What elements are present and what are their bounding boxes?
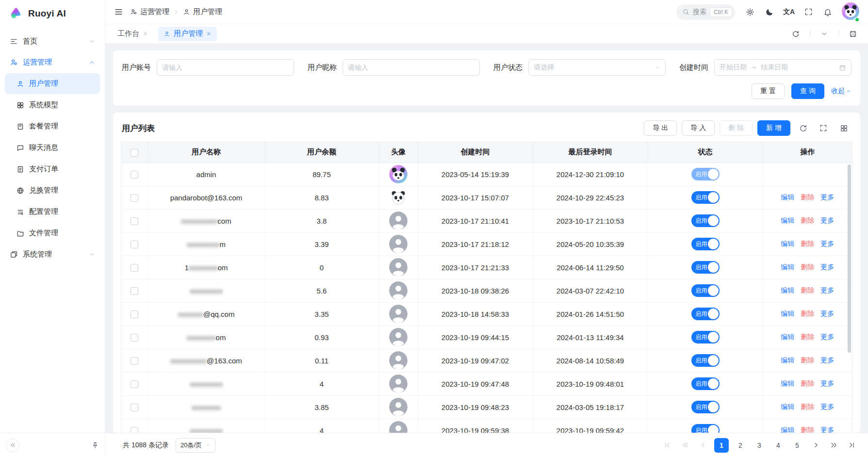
row-checkbox[interactable] bbox=[131, 427, 138, 433]
breadcrumb-operations[interactable]: 运营管理 bbox=[130, 7, 169, 16]
more-link[interactable]: 更多 bbox=[820, 356, 834, 365]
account-input[interactable] bbox=[162, 64, 289, 71]
table-scrollbar[interactable] bbox=[848, 164, 851, 353]
delete-link[interactable]: 删除 bbox=[801, 286, 814, 295]
row-checkbox[interactable] bbox=[131, 357, 138, 365]
status-toggle[interactable]: 启用 bbox=[691, 238, 720, 250]
collapse-filter-link[interactable]: 收起 bbox=[831, 87, 852, 96]
status-toggle[interactable]: 启用 bbox=[691, 214, 720, 227]
status-toggle[interactable]: 启用 bbox=[691, 191, 720, 204]
more-link[interactable]: 更多 bbox=[820, 263, 834, 272]
global-search[interactable]: 搜索 Ctrl K bbox=[676, 4, 735, 20]
sidebar-item-operations[interactable]: 运营管理 bbox=[5, 52, 100, 73]
edit-link[interactable]: 编辑 bbox=[781, 193, 794, 202]
page-button-5[interactable]: 5 bbox=[790, 438, 804, 453]
status-toggle[interactable]: 启用 bbox=[691, 284, 720, 297]
next-page-button[interactable] bbox=[809, 439, 822, 452]
date-end[interactable]: 结束日期 bbox=[761, 63, 788, 72]
edit-link[interactable]: 编辑 bbox=[781, 426, 794, 433]
more-link[interactable]: 更多 bbox=[820, 426, 834, 433]
status-toggle[interactable]: 启用 bbox=[691, 377, 720, 390]
menu-toggle-icon[interactable] bbox=[114, 7, 123, 16]
more-link[interactable]: 更多 bbox=[820, 403, 834, 411]
row-checkbox[interactable] bbox=[131, 334, 138, 342]
status-toggle[interactable]: 启用 bbox=[691, 308, 720, 320]
status-toggle[interactable]: 启用 bbox=[691, 424, 720, 433]
tab-options-button[interactable] bbox=[816, 26, 833, 42]
more-link[interactable]: 更多 bbox=[820, 310, 834, 318]
forward-five-pages-button[interactable] bbox=[827, 439, 840, 452]
edit-link[interactable]: 编辑 bbox=[781, 333, 794, 342]
status-toggle[interactable]: 启用 bbox=[691, 168, 720, 180]
edit-link[interactable]: 编辑 bbox=[781, 263, 794, 272]
page-button-4[interactable]: 4 bbox=[771, 438, 786, 453]
sidebar-item-exchange-management[interactable]: 兑换管理 bbox=[5, 180, 100, 201]
row-checkbox[interactable] bbox=[131, 241, 138, 248]
sidebar-item-package-management[interactable]: 套餐管理 bbox=[5, 116, 100, 137]
row-checkbox[interactable] bbox=[131, 194, 138, 202]
dark-mode-button[interactable] bbox=[761, 4, 778, 20]
delete-link[interactable]: 删除 bbox=[801, 193, 814, 202]
content-fullscreen-button[interactable] bbox=[845, 26, 861, 42]
sidebar-item-payment-orders[interactable]: 支付订单 bbox=[5, 159, 100, 180]
status-toggle[interactable]: 启用 bbox=[691, 331, 720, 343]
edit-link[interactable]: 编辑 bbox=[781, 379, 794, 388]
row-checkbox[interactable] bbox=[131, 171, 138, 179]
nickname-input[interactable] bbox=[348, 64, 475, 71]
query-button[interactable]: 查 询 bbox=[791, 83, 824, 99]
status-toggle[interactable]: 启用 bbox=[691, 261, 720, 274]
status-toggle[interactable]: 启用 bbox=[691, 354, 720, 367]
delete-button[interactable]: 删 除 bbox=[720, 120, 753, 136]
sidebar-item-file-management[interactable]: 文件管理 bbox=[5, 223, 100, 244]
row-checkbox[interactable] bbox=[131, 380, 138, 388]
edit-link[interactable]: 编辑 bbox=[781, 310, 794, 318]
edit-link[interactable]: 编辑 bbox=[781, 286, 794, 295]
delete-link[interactable]: 删除 bbox=[801, 240, 814, 248]
more-link[interactable]: 更多 bbox=[820, 286, 834, 295]
reset-button[interactable]: 重 置 bbox=[752, 83, 785, 99]
tab-workbench[interactable]: 工作台 bbox=[112, 27, 153, 41]
refresh-page-button[interactable] bbox=[787, 26, 804, 42]
back-five-pages-button[interactable] bbox=[678, 439, 692, 452]
language-button[interactable]: 文A bbox=[781, 4, 797, 20]
first-page-button[interactable] bbox=[660, 439, 674, 452]
page-button-2[interactable]: 2 bbox=[733, 438, 748, 453]
more-link[interactable]: 更多 bbox=[820, 240, 834, 248]
sidebar-item-chat-messages[interactable]: 聊天消息 bbox=[5, 137, 100, 158]
delete-link[interactable]: 删除 bbox=[801, 356, 814, 365]
more-link[interactable]: 更多 bbox=[820, 193, 834, 202]
fullscreen-button[interactable] bbox=[800, 4, 817, 20]
more-link[interactable]: 更多 bbox=[820, 333, 834, 342]
sidebar-item-system-management[interactable]: 系统管理 bbox=[5, 244, 100, 265]
row-checkbox[interactable] bbox=[131, 287, 138, 295]
edit-link[interactable]: 编辑 bbox=[781, 240, 794, 248]
row-checkbox[interactable] bbox=[131, 404, 138, 411]
status-select[interactable]: 请选择 bbox=[528, 59, 666, 76]
row-checkbox[interactable] bbox=[131, 310, 138, 318]
column-settings-button[interactable] bbox=[836, 120, 852, 136]
delete-link[interactable]: 删除 bbox=[801, 403, 814, 411]
edit-link[interactable]: 编辑 bbox=[781, 216, 794, 225]
table-fullscreen-button[interactable] bbox=[816, 120, 831, 136]
sidebar-item-home[interactable]: 首页 bbox=[5, 31, 100, 52]
settings-button[interactable] bbox=[742, 4, 758, 20]
more-link[interactable]: 更多 bbox=[820, 216, 834, 225]
edit-link[interactable]: 编辑 bbox=[781, 356, 794, 365]
pin-icon[interactable] bbox=[91, 441, 99, 449]
date-range-picker[interactable]: 开始日期 结束日期 bbox=[714, 59, 852, 76]
user-avatar[interactable] bbox=[839, 2, 859, 22]
row-checkbox[interactable] bbox=[131, 217, 138, 225]
row-checkbox[interactable] bbox=[131, 264, 138, 272]
tab-user-management[interactable]: 用户管理 bbox=[158, 27, 217, 41]
status-toggle[interactable]: 启用 bbox=[691, 401, 720, 413]
delete-link[interactable]: 删除 bbox=[801, 426, 814, 433]
edit-link[interactable]: 编辑 bbox=[781, 403, 794, 411]
previous-page-button[interactable] bbox=[696, 439, 710, 452]
brand-logo[interactable]: Ruoyi AI bbox=[0, 0, 105, 27]
page-size-select[interactable]: 20条/页 bbox=[176, 438, 215, 453]
export-button[interactable]: 导 出 bbox=[644, 120, 677, 136]
sidebar-item-system-model[interactable]: 系统模型 bbox=[5, 95, 100, 115]
notifications-button[interactable] bbox=[819, 4, 836, 20]
select-all-checkbox[interactable] bbox=[131, 149, 138, 157]
sidebar-item-user-management[interactable]: 用户管理 bbox=[5, 73, 100, 94]
